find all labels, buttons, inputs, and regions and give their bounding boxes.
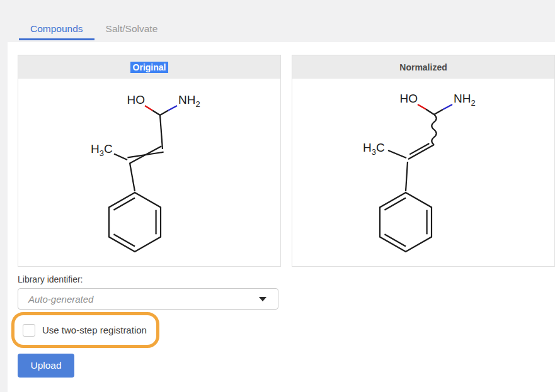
tab-bar: Compounds Salt/Solvate [0, 0, 555, 42]
normalized-panel-header: Normalized [292, 55, 554, 79]
original-molecule-drawing: HO NH2 H3C [18, 79, 280, 266]
hydroxyl-label: HO [127, 93, 146, 106]
hydroxyl-label: HO [400, 92, 418, 105]
two-step-registration-checkbox[interactable] [23, 324, 35, 337]
normalized-panel-title: Normalized [399, 62, 447, 72]
normalized-panel: Normalized [292, 55, 555, 267]
upload-button[interactable]: Upload [18, 354, 74, 378]
amine-label: NH2 [454, 92, 476, 108]
library-identifier-dropdown[interactable]: Auto-generated [18, 288, 278, 310]
methyl-label: H3C [91, 142, 113, 158]
two-step-registration-label: Use two-step registration [42, 325, 147, 335]
chevron-down-icon [259, 297, 266, 301]
original-panel-title: Original [130, 62, 169, 73]
two-step-highlight-annotation: Use two-step registration [11, 312, 159, 348]
normalized-molecule-drawing: HO NH2 H3C [292, 79, 554, 266]
dropdown-selected-value: Auto-generated [28, 294, 93, 305]
library-identifier-label: Library identifier: [18, 274, 555, 284]
original-structure: HO NH2 H3C [18, 79, 280, 266]
content-card: Original [8, 42, 555, 392]
structure-panels: Original [18, 55, 555, 267]
original-panel-header: Original [18, 55, 280, 79]
tab-salt-solvate[interactable]: Salt/Solvate [94, 23, 169, 40]
amine-label: NH2 [178, 93, 200, 109]
original-panel: Original [18, 55, 281, 267]
methyl-label: H3C [363, 141, 385, 157]
tab-compounds[interactable]: Compounds [19, 23, 94, 40]
normalized-structure: HO NH2 H3C [292, 79, 554, 266]
